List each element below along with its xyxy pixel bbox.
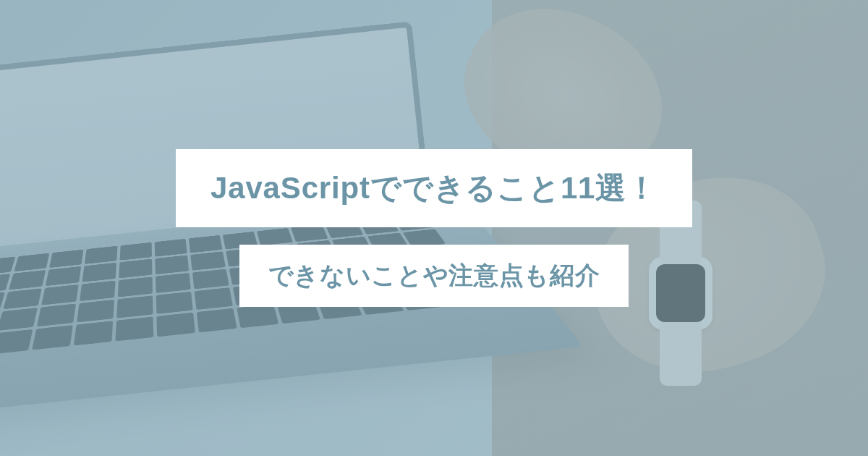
title-secondary-box: できないことや注意点も紹介 [239, 245, 629, 307]
title-secondary-text: できないことや注意点も紹介 [268, 261, 600, 289]
color-overlay [0, 0, 868, 456]
hero-banner: JavaScriptでできること11選！ できないことや注意点も紹介 [0, 0, 868, 456]
title-primary-box: JavaScriptでできること11選！ [176, 149, 692, 227]
title-primary-text: JavaScriptでできること11選！ [210, 171, 658, 205]
